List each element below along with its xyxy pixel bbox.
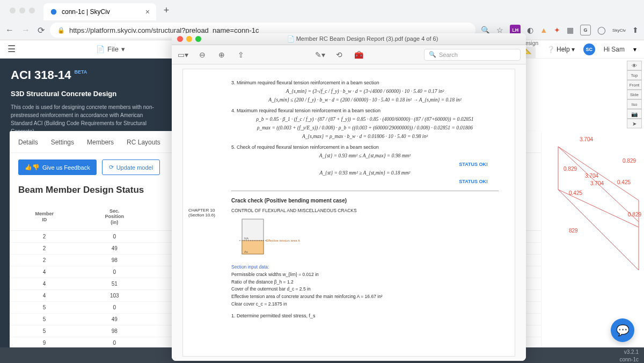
pdf-input3: Cover of the outermost bar d_c = 2.5 in [231,286,499,293]
max-dot[interactable] [29,8,35,13]
update-label: Update model [116,164,153,171]
feedback-button[interactable]: 👍👎 Give us Feedback [18,159,97,175]
pdf-sidebar-button[interactable]: ▭▾ [177,50,189,59]
tab-members[interactable]: Members [87,139,114,146]
forward-button[interactable]: → [21,25,30,35]
view-camera-button[interactable]: 📷 [627,109,642,119]
file-menu[interactable]: 📄 File ▾ [96,45,125,53]
view-side-button[interactable]: Side [627,90,642,99]
ext-icon-1[interactable]: ◐ [527,26,533,34]
pdf-min-button[interactable] [186,36,192,42]
table-cell: 4 [10,266,79,278]
pdf-close-button[interactable] [177,36,183,42]
pdf-body[interactable]: 3. Minimum required flexural tension rei… [172,64,526,361]
tab-settings[interactable]: Settings [51,139,74,146]
pdf-doc-icon: 📄 [287,35,295,42]
table-cell: 103 [79,290,150,302]
ext-icon-3[interactable]: ✦ [554,26,560,34]
chat-button[interactable]: 💬 [611,318,634,342]
view-top-button[interactable]: Top [627,70,642,80]
table-cell: 0 [79,302,150,314]
pdf-chapter: CHAPTER 10 (Section 10.6) [188,208,226,217]
pdf-rotate-button[interactable]: ⟲ [333,50,345,59]
vp-label: 3.704 [585,173,598,179]
col-header: Sec.Position(in) [79,203,150,231]
thumbs-icon: 👍👎 [25,164,40,171]
ext-icon-2[interactable]: ▲ [540,26,547,34]
table-cell: 2 [10,231,79,243]
pdf-crack-sub: CONTROL OF FLEXURAL AND MISCELLANEOUS CR… [231,208,499,213]
table-cell: 51 [79,278,150,290]
ext-icon-5[interactable]: ◯ [597,26,606,34]
pdf-status2: STATUS OK! [231,179,499,184]
close-dot[interactable] [10,8,16,13]
vp-label: 0.829 [564,166,577,172]
search-placeholder: Search [439,52,458,58]
tab-rclayouts[interactable]: RC Layouts [127,139,160,146]
pdf-input5: Clear cover c_c = 2.1875 in [231,301,499,308]
view-toolbar: 👁 Top Front Side Iso 📷 ➤ [627,61,642,128]
help-button[interactable]: ❔ Help ▾ [547,46,575,53]
ext-icon-g[interactable]: G [580,25,591,35]
pdf-sec-next: 1. Determine permitted steel stress, f_s [231,313,499,318]
menu-icon[interactable]: ☰ [8,43,16,55]
view-arrow-button[interactable]: ➤ [627,119,642,128]
pdf-beam-figure: NA As Effective tension area A [237,216,301,259]
pdf-search-input[interactable]: 🔍 Search [424,49,521,61]
pdf-zoom-out-button[interactable]: ⊖ [196,50,208,59]
chevron-down-icon: ▾ [121,45,125,53]
table-cell: 5 [10,314,79,325]
vp-label: 0.425 [569,190,582,196]
pdf-toolbar: ▭▾ ⊖ ⊕ ⇪ ✎▾ ⟲ 🧰 🔍 Search [172,45,526,64]
pdf-eq4b: ρ_max = ((0.003 + (f_y/E_s)) / 0.008) · … [231,125,499,130]
ext-icon-6[interactable]: ⬆ [632,26,639,34]
window-controls[interactable] [4,8,40,13]
vp-label: 3.704 [590,180,604,186]
vp-label: 829 [569,228,578,234]
min-dot[interactable] [19,8,25,13]
feedback-label: Give us Feedback [42,164,90,171]
view-front-button[interactable]: Front [627,80,642,90]
ext-icon-4[interactable]: ▦ [567,26,574,34]
pdf-input-head: Section input data: [231,264,499,271]
pdf-page: 3. Minimum required flexural tension rei… [182,69,515,357]
pdf-highlight-button[interactable]: ✎▾ [314,50,326,59]
view-iso-button[interactable]: Iso [627,99,642,109]
update-model-button[interactable]: ⟳ Update model [102,159,160,175]
browser-tab[interactable]: conn-1c | SkyCiv × [43,3,156,20]
pdf-eq5b: A_{st} = 0.93 mm² ≥ A_{st,min} = 0.18 mm… [231,170,499,176]
svg-point-0 [51,9,57,15]
pdf-title: 📄 Member RC Beam Design Report (3).pdf (… [204,35,521,42]
chevron-down-icon: ▾ [572,46,575,53]
pdf-zoom-in-button[interactable]: ⊕ [216,50,228,59]
chat-icon: 💬 [616,324,630,337]
svg-text:NA: NA [244,237,248,240]
user-avatar[interactable]: SC [583,43,595,55]
skyciv-ext-icon[interactable]: SkyCiv [612,28,626,33]
reload-button[interactable]: ⟳ [38,25,45,35]
pdf-markup-button[interactable]: 🧰 [353,50,364,59]
pdf-input1: Permissible crack widths w_{lim} = 0.012… [231,271,499,278]
pdf-share-button[interactable]: ⇪ [235,50,247,59]
svg-text:As: As [244,250,248,253]
code-subtitle: S3D Structural Concrete Design [11,90,161,98]
chevron-down-icon[interactable]: ▾ [633,46,636,53]
new-tab-button[interactable]: + [159,3,173,17]
col-header: MemberID [10,203,79,231]
help-label: Help [557,46,570,53]
pdf-input4: Effective tension area of concrete aroun… [231,293,499,300]
tab-close-icon[interactable]: × [145,8,150,16]
tab-details[interactable]: Details [18,139,38,146]
vp-label: 0.829 [628,212,641,217]
back-button[interactable]: ← [5,25,14,35]
pdf-titlebar[interactable]: 📄 Member RC Beam Design Report (3).pdf (… [172,33,526,45]
lock-icon: 🔒 [57,27,65,34]
code-title: ACI 318-14 [11,68,71,82]
pdf-status1: STATUS OK! [231,162,499,167]
pdf-eq3a: A_{s,min} = (3·√f_c / f_y) · b_w · d = (… [231,89,499,94]
pdf-max-button[interactable] [195,36,201,42]
tab-title: conn-1c | SkyCiv [62,8,110,16]
view-eye-button[interactable]: 👁 [627,61,642,70]
table-cell: 4 [10,278,79,290]
table-cell: 0 [79,231,150,243]
